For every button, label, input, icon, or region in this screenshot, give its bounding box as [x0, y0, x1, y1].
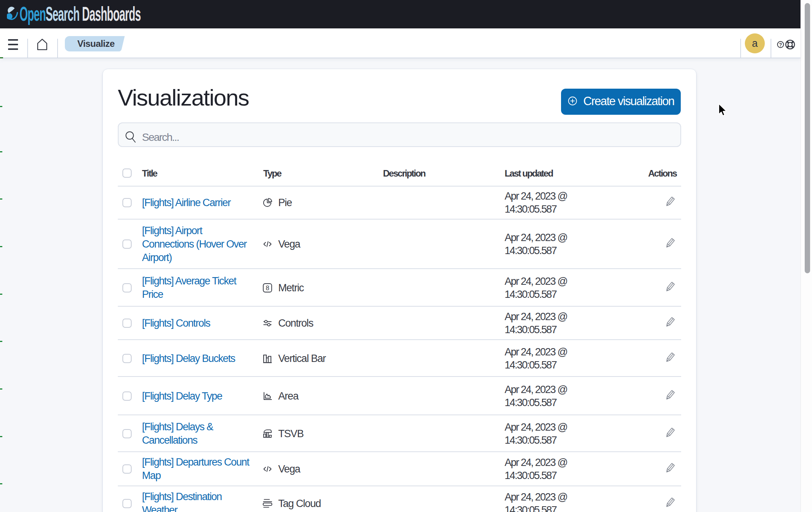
svg-text:8: 8	[266, 284, 269, 291]
